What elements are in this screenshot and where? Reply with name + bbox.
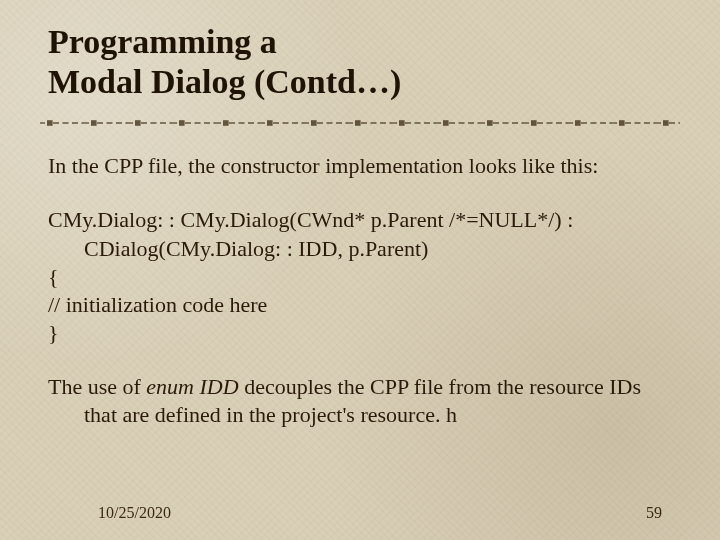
closing-pre: The use of — [48, 374, 146, 399]
code-block: CMy.Dialog: : CMy.Dialog(CWnd* p.Parent … — [48, 206, 672, 347]
closing-em: enum IDD — [146, 374, 238, 399]
slide-body: In the CPP file, the constructor impleme… — [48, 152, 672, 429]
title-line-1: Programming a — [48, 22, 672, 62]
code-line-2: { — [48, 263, 672, 291]
intro-paragraph: In the CPP file, the constructor impleme… — [48, 152, 672, 180]
code-line-4: } — [48, 319, 672, 347]
title-divider — [40, 116, 680, 130]
title-line-2: Modal Dialog (Contd…) — [48, 62, 672, 102]
slide-title: Programming a Modal Dialog (Contd…) — [48, 22, 672, 102]
code-line-1: CMy.Dialog: : CMy.Dialog(CWnd* p.Parent … — [48, 206, 672, 262]
footer-date: 10/25/2020 — [98, 504, 171, 522]
slide-footer: 10/25/2020 59 — [0, 504, 720, 522]
footer-page-number: 59 — [646, 504, 662, 522]
closing-paragraph: The use of enum IDD decouples the CPP fi… — [48, 373, 672, 429]
code-line-3: // initialization code here — [48, 291, 672, 319]
slide: Programming a Modal Dialog (Contd…) In t… — [0, 0, 720, 540]
